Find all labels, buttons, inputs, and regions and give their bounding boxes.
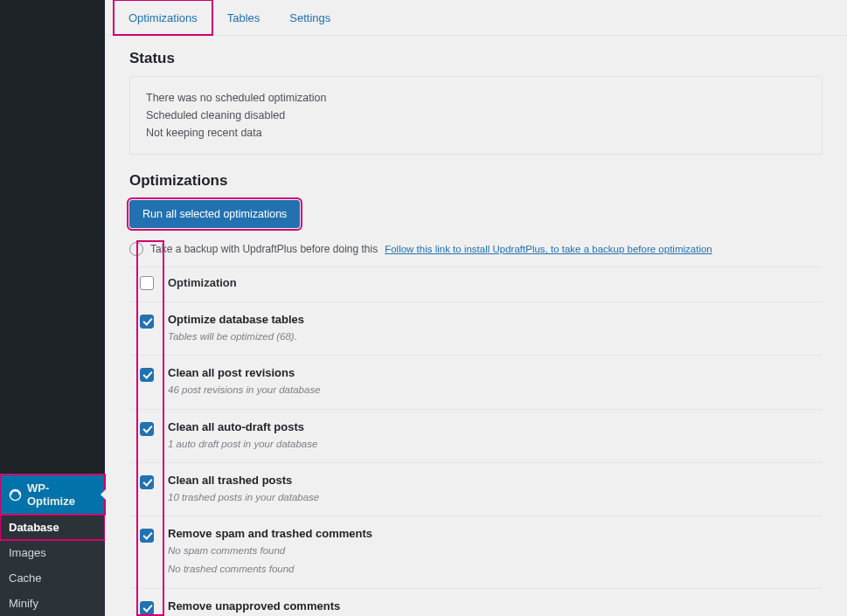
status-line: Not keeping recent data: [146, 124, 806, 142]
opt-meta: No trashed comments found: [168, 562, 805, 577]
opt-meta: 1 auto draft post in your database: [168, 437, 805, 452]
opt-checkbox[interactable]: [140, 475, 154, 489]
status-line: Scheduled cleaning disabled: [146, 107, 806, 124]
column-optimization-label: Optimization: [168, 276, 823, 289]
sidebar-item-wp-optimize[interactable]: WP-Optimize: [0, 474, 105, 515]
wp-optimize-icon: [9, 488, 22, 502]
admin-sidebar: WP-Optimize Database Images Cache Minify: [0, 0, 105, 616]
status-line: There was no scheduled optimization: [146, 89, 806, 107]
opt-title: Remove unapproved comments: [168, 599, 805, 613]
opt-meta: No spam comments found: [168, 543, 805, 558]
opt-checkbox[interactable]: [140, 601, 154, 615]
tab-bar: Optimizations Tables Settings: [105, 0, 847, 36]
sidebar-item-images[interactable]: Images: [0, 540, 105, 565]
backup-label: Take a backup with UpdraftPlus before do…: [150, 243, 378, 255]
pointer-icon: [101, 489, 106, 500]
opt-title: Clean all auto-draft posts: [168, 420, 805, 433]
opt-meta: 46 post revisions in your database: [168, 383, 805, 398]
opt-meta: Tables will be optimized (68).: [168, 329, 805, 344]
opt-title: Optimize database tables: [168, 313, 805, 326]
table-row: Clean all trashed posts 10 trashed posts…: [129, 463, 823, 516]
sidebar-item-database[interactable]: Database: [0, 515, 105, 540]
table-header: Optimization: [129, 267, 823, 302]
opt-checkbox[interactable]: [140, 368, 154, 382]
install-updraftplus-link[interactable]: Follow this link to install UpdraftPlus,…: [385, 244, 712, 254]
opt-meta: 10 trashed posts in your database: [168, 490, 805, 505]
table-row: Remove unapproved comments No unapproved…: [129, 589, 823, 617]
select-all-checkbox[interactable]: [140, 276, 154, 290]
table-row: Clean all post revisions 46 post revisio…: [129, 356, 823, 409]
opt-title: Remove spam and trashed comments: [168, 527, 805, 540]
opt-title: Clean all post revisions: [168, 366, 805, 379]
app-root: WP-Optimize Database Images Cache Minify…: [0, 0, 847, 616]
table-row: Clean all auto-draft posts 1 auto draft …: [129, 410, 823, 463]
run-all-button[interactable]: Run all selected optimizations: [129, 200, 300, 228]
tab-settings[interactable]: Settings: [274, 0, 345, 35]
status-heading: Status: [129, 50, 847, 67]
sidebar-submenu: Database Images Cache Minify: [0, 515, 105, 616]
run-row: Run all selected optimizations Take a ba…: [129, 200, 823, 256]
tab-tables[interactable]: Tables: [212, 0, 275, 35]
opt-title: Clean all trashed posts: [168, 474, 805, 487]
sidebar-item-label: WP-Optimize: [27, 481, 96, 508]
sidebar-item-minify[interactable]: Minify: [0, 591, 105, 616]
table-row: Optimize database tables Tables will be …: [129, 302, 823, 356]
optimizations-heading: Optimizations: [129, 172, 847, 190]
opt-checkbox[interactable]: [140, 422, 154, 436]
main-area: Optimizations Tables Settings Status The…: [105, 0, 847, 616]
sidebar-item-cache[interactable]: Cache: [0, 565, 105, 591]
opt-checkbox[interactable]: [140, 529, 154, 543]
opt-checkbox[interactable]: [140, 315, 154, 329]
status-box: There was no scheduled optimization Sche…: [129, 76, 823, 155]
backup-checkbox[interactable]: [129, 242, 143, 256]
table-row: Remove spam and trashed comments No spam…: [129, 516, 823, 589]
backup-row: Take a backup with UpdraftPlus before do…: [129, 242, 712, 256]
tab-optimizations[interactable]: Optimizations: [114, 0, 212, 35]
optimizations-table: Optimization Optimize database tables Ta…: [129, 266, 823, 616]
